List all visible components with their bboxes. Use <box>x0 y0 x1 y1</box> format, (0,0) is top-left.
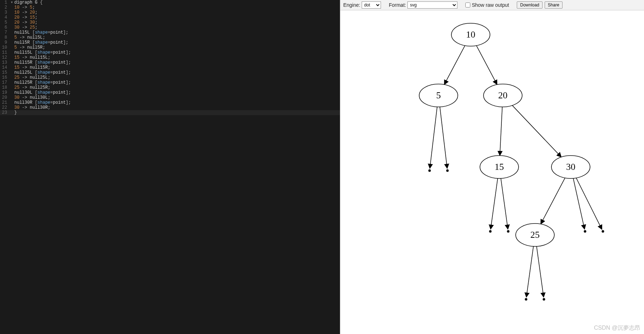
fold-icon[interactable]: ▾ <box>10 0 14 5</box>
code-line[interactable]: 310 -> 20; <box>0 10 340 15</box>
graph-edge <box>500 107 502 156</box>
output-toolbar: Engine: dot Format: svg Show raw output … <box>340 0 644 10</box>
format-label: Format: svg <box>389 1 457 9</box>
line-number: 3 <box>0 10 10 15</box>
graph-edge <box>444 46 465 85</box>
graph-edge <box>573 178 585 229</box>
code-line[interactable]: 420 -> 15; <box>0 15 340 20</box>
code-line[interactable]: 11null15L [shape=point]; <box>0 50 340 55</box>
line-number: 18 <box>0 85 10 90</box>
graph-edge <box>430 107 437 168</box>
line-number: 8 <box>0 35 10 40</box>
code-line[interactable]: 2030 -> null30L; <box>0 95 340 100</box>
line-number: 2 <box>0 5 10 10</box>
code-line[interactable]: 105 -> null5R; <box>0 45 340 50</box>
app-root: 1▾digraph G {210 -> 5;310 -> 20;420 -> 1… <box>0 0 644 334</box>
graph-point <box>525 298 527 301</box>
code-line[interactable]: 1▾digraph G { <box>0 0 340 5</box>
download-button[interactable]: Download <box>517 1 542 9</box>
line-number: 4 <box>0 15 10 20</box>
line-number: 22 <box>0 105 10 110</box>
graph-point <box>507 230 510 233</box>
code-line[interactable]: 7null5L [shape=point]; <box>0 30 340 35</box>
graph-edge <box>491 178 498 229</box>
code-line[interactable]: 630 -> 25; <box>0 25 340 30</box>
line-number: 21 <box>0 100 10 105</box>
graph-node-label: 25 <box>530 230 540 240</box>
graph-node-label: 20 <box>498 90 507 100</box>
line-number: 11 <box>0 50 10 55</box>
line-number: 12 <box>0 55 10 60</box>
code-line[interactable]: 85 -> null5L; <box>0 35 340 40</box>
engine-label: Engine: dot <box>343 1 381 9</box>
graph-point <box>489 230 492 233</box>
line-number: 16 <box>0 75 10 80</box>
graph-node-label: 30 <box>566 162 575 172</box>
graph-edge <box>476 46 497 85</box>
format-select[interactable]: svg <box>407 1 457 9</box>
graph-edge <box>440 107 447 168</box>
line-number: 9 <box>0 40 10 45</box>
line-number: 5 <box>0 20 10 25</box>
code-line[interactable]: 23} <box>0 110 340 115</box>
code-line[interactable]: 15null25L [shape=point]; <box>0 70 340 75</box>
graph-edge <box>576 178 602 230</box>
graph-point <box>543 298 545 301</box>
line-number: 20 <box>0 95 10 100</box>
graph-edge <box>501 178 508 229</box>
graph-node-label: 10 <box>466 29 475 40</box>
line-number: 1 <box>0 0 10 5</box>
code-line[interactable]: 19null30L [shape=point]; <box>0 90 340 95</box>
graph-point <box>602 230 604 233</box>
graph-point <box>584 230 586 233</box>
code-line[interactable]: 9null5R [shape=point]; <box>0 40 340 45</box>
graph-edge <box>541 178 565 224</box>
code-line[interactable]: 210 -> 5; <box>0 5 340 10</box>
code-line[interactable]: 13null15R [shape=point]; <box>0 60 340 65</box>
graph-point <box>446 170 449 172</box>
graph-edge <box>526 246 534 297</box>
code-line[interactable]: 21null30R [shape=point]; <box>0 100 340 105</box>
raw-output-checkbox[interactable] <box>465 3 470 8</box>
code-line[interactable]: 1825 -> null25R; <box>0 85 340 90</box>
raw-output-text: Show raw output <box>472 2 509 8</box>
code-line[interactable]: 1415 -> null15R; <box>0 65 340 70</box>
share-button[interactable]: Share <box>545 1 563 9</box>
graph-node-label: 5 <box>436 90 441 100</box>
line-number: 15 <box>0 70 10 75</box>
graph-edge <box>537 246 544 297</box>
graph-area[interactable]: 10520153025 <box>340 10 644 334</box>
line-number: 6 <box>0 25 10 30</box>
code-line[interactable]: 1625 -> null25L; <box>0 75 340 80</box>
line-number: 17 <box>0 80 10 85</box>
line-number: 23 <box>0 110 10 115</box>
format-label-text: Format: <box>389 2 406 8</box>
engine-label-text: Engine: <box>343 2 360 8</box>
code-line[interactable]: 520 -> 30; <box>0 20 340 25</box>
graph-svg: 10520153025 <box>367 17 617 314</box>
graph-node-label: 15 <box>495 162 504 172</box>
graph-point <box>428 170 431 172</box>
line-number: 7 <box>0 30 10 35</box>
code-line[interactable]: 17null25R [shape=point]; <box>0 80 340 85</box>
output-pane: Engine: dot Format: svg Show raw output … <box>340 0 644 334</box>
code-line[interactable]: 2230 -> null30R; <box>0 105 340 110</box>
code-editor[interactable]: 1▾digraph G {210 -> 5;310 -> 20;420 -> 1… <box>0 0 340 334</box>
line-number: 13 <box>0 60 10 65</box>
code-line[interactable]: 1215 -> null15L; <box>0 55 340 60</box>
line-number: 10 <box>0 45 10 50</box>
line-number: 19 <box>0 90 10 95</box>
line-number: 14 <box>0 65 10 70</box>
raw-output-label[interactable]: Show raw output <box>465 2 509 8</box>
graph-edge <box>512 105 561 157</box>
engine-select[interactable]: dot <box>362 1 381 9</box>
